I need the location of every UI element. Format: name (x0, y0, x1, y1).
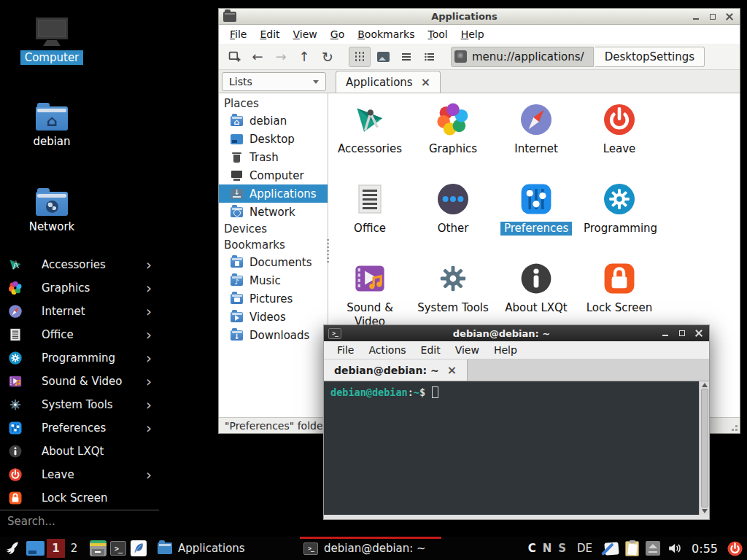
sidebar-item-downloads[interactable]: Downloads (219, 326, 328, 344)
icon-view-button[interactable] (349, 47, 371, 67)
sidebar-item-pictures[interactable]: Pictures (219, 289, 328, 308)
maximize-button[interactable] (709, 13, 716, 20)
terminal-tab[interactable]: debian@debian: ~ (324, 359, 468, 381)
menu-item-preferences[interactable]: Preferences (0, 416, 159, 440)
minimize-button[interactable] (662, 330, 669, 337)
clock[interactable]: 0:55 (692, 542, 718, 556)
sidebar-item-debian[interactable]: debian (219, 112, 328, 130)
maximize-button[interactable] (678, 330, 686, 337)
app-category-other[interactable]: Other (411, 182, 495, 261)
sidebar-item-label: Music (249, 274, 281, 287)
scrollbar-thumb[interactable] (701, 389, 708, 508)
menu-actions[interactable]: Actions (361, 342, 413, 358)
show-desktop-button[interactable] (23, 537, 47, 560)
desktopsettings-crumb-button[interactable]: DesktopSettings (595, 47, 705, 67)
forward-button[interactable] (270, 47, 292, 67)
app-category-internet[interactable]: Internet (495, 102, 578, 182)
app-category-office[interactable]: Office (328, 182, 411, 261)
menu-item-sound-video[interactable]: Sound & Video (0, 370, 159, 393)
menu-item-office[interactable]: Office (0, 323, 159, 346)
app-category-preferences[interactable]: Preferences (495, 182, 578, 261)
menu-item-graphics[interactable]: Graphics (0, 276, 159, 300)
scroll-down-icon[interactable] (702, 509, 708, 513)
close-button[interactable] (695, 330, 703, 337)
app-category-graphics[interactable]: Graphics (411, 102, 495, 182)
screenshot-tray-icon[interactable] (604, 542, 619, 556)
workspace-2-button[interactable]: 2 (65, 539, 83, 558)
address-bar[interactable]: menu://applications/ (451, 47, 594, 67)
refresh-button[interactable] (317, 47, 338, 67)
tab-label: Applications (346, 76, 413, 89)
thumbnail-view-button[interactable] (372, 47, 394, 67)
menu-item-internet[interactable]: Internet (0, 300, 159, 323)
menu-item-about-lxqt[interactable]: About LXQt (0, 440, 159, 463)
new-tab-button[interactable] (223, 47, 245, 67)
scroll-up-icon[interactable] (702, 383, 708, 387)
menu-view[interactable]: View (448, 342, 487, 358)
minimize-button[interactable] (692, 13, 700, 20)
file-manager-launcher[interactable] (88, 537, 108, 560)
sidebar-item-trash[interactable]: Trash (219, 148, 328, 166)
menu-help[interactable]: Help (487, 342, 525, 358)
up-button[interactable] (293, 47, 315, 67)
num-lock-indicator[interactable]: N (543, 542, 552, 555)
menu-item-programming[interactable]: Programming (0, 346, 159, 370)
terminal-titlebar[interactable]: debian@debian: ~ (324, 325, 709, 341)
close-button[interactable] (726, 13, 733, 20)
sidebar-item-music[interactable]: Music (219, 271, 328, 289)
menu-view[interactable]: View (287, 26, 324, 42)
sidebar-item-documents[interactable]: Documents (219, 253, 328, 271)
back-button[interactable] (247, 47, 268, 67)
app-category-programming[interactable]: Programming (578, 182, 661, 261)
menu-item-system-tools[interactable]: System Tools (0, 393, 159, 416)
menu-item-leave[interactable]: Leave (0, 463, 159, 486)
workspace-1-button[interactable]: 1 (47, 539, 65, 558)
terminal-screen[interactable]: debian@debian:~$ (324, 381, 709, 515)
desktop-icon-computer[interactable]: Computer (14, 18, 90, 65)
task-button-terminal[interactable]: debian@debian: ~ (298, 537, 444, 560)
power-button[interactable] (727, 540, 743, 557)
featherpad-launcher[interactable] (128, 537, 149, 560)
app-category-leave[interactable]: Leave (578, 102, 661, 182)
power-icon (602, 102, 637, 137)
desktop-icon-debian[interactable]: debian (14, 102, 90, 149)
sidebar-item-videos[interactable]: Videos (219, 308, 328, 326)
resize-grip[interactable] (735, 429, 738, 431)
scroll-lock-indicator[interactable]: S (558, 542, 566, 555)
menu-help[interactable]: Help (454, 26, 491, 42)
terminal-launcher[interactable] (108, 537, 128, 560)
terminal-scrollbar[interactable] (699, 381, 709, 515)
task-button-applications[interactable]: Applications (152, 537, 298, 560)
compact-view-button[interactable] (395, 47, 417, 67)
fm-titlebar[interactable]: Applications (219, 9, 740, 25)
panel-selector[interactable]: Lists (222, 72, 326, 91)
menu-go[interactable]: Go (324, 26, 351, 42)
tab-applications[interactable]: Applications (336, 71, 441, 93)
main-menu-button[interactable] (0, 537, 23, 560)
search-input[interactable] (0, 515, 159, 528)
fm-menubar: File Edit View Go Bookmarks Tool Help (219, 25, 740, 44)
sidebar-item-desktop[interactable]: Desktop (219, 130, 328, 148)
menu-item-lock-screen[interactable]: Lock Screen (0, 486, 159, 510)
tab-close-icon[interactable] (421, 76, 430, 89)
detailed-view-button[interactable] (419, 47, 441, 67)
clipboard-tray-icon[interactable] (625, 541, 639, 556)
tab-close-icon[interactable] (447, 365, 457, 376)
menu-tool[interactable]: Tool (421, 26, 454, 42)
menu-file[interactable]: File (330, 342, 361, 358)
app-category-accessories[interactable]: Accessories (328, 102, 411, 182)
menu-edit[interactable]: Edit (253, 26, 286, 42)
menu-item-accessories[interactable]: Accessories (0, 253, 159, 276)
volume-icon[interactable] (667, 540, 683, 556)
sidebar-item-applications[interactable]: Applications (219, 184, 328, 203)
caps-lock-indicator[interactable]: C (528, 542, 536, 555)
removable-media-icon[interactable] (646, 541, 660, 556)
sidebar-item-computer[interactable]: Computer (219, 166, 328, 184)
sidebar-item-network[interactable]: Network (219, 203, 328, 221)
keyboard-layout-indicator[interactable]: DE (577, 542, 592, 555)
desktop-icon-network[interactable]: Network (14, 187, 90, 234)
menu-bookmarks[interactable]: Bookmarks (351, 26, 421, 42)
applications-icon (231, 189, 243, 199)
menu-edit[interactable]: Edit (414, 342, 448, 358)
menu-file[interactable]: File (223, 26, 253, 42)
